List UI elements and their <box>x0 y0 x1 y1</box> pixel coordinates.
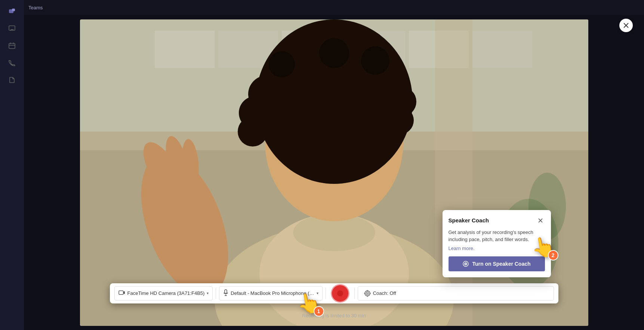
video-container: FaceTime HD Camera (3A71:F4B5) ▾ Default… <box>80 19 588 326</box>
coach-label: Coach: Off <box>373 290 396 296</box>
popup-close-button[interactable] <box>536 216 545 225</box>
mic-label: Default - MacBook Pro Microphone (… <box>231 290 314 296</box>
svg-point-46 <box>385 106 414 135</box>
sidebar-icon-calendar[interactable] <box>4 38 19 53</box>
sidebar <box>0 0 24 330</box>
svg-rect-14 <box>472 31 532 68</box>
svg-point-50 <box>319 38 349 68</box>
turn-on-label: Turn on Speaker Coach <box>472 261 530 267</box>
turn-on-speaker-coach-button[interactable]: Turn on Speaker Coach <box>449 256 545 271</box>
camera-select[interactable]: FaceTime HD Camera (3A71:F4B5) ▾ <box>114 286 213 300</box>
divider-2 <box>326 288 326 299</box>
speaker-coach-btn-icon <box>462 260 469 267</box>
coach-button[interactable]: Coach: Off <box>358 286 554 300</box>
sidebar-icon-files[interactable] <box>4 73 19 87</box>
speaker-coach-popup: Speaker Coach Get analysis of your recor… <box>443 210 551 277</box>
svg-point-60 <box>367 293 368 294</box>
camera-chevron-icon: ▾ <box>207 291 209 295</box>
svg-rect-1 <box>12 9 15 11</box>
sidebar-icon-teams[interactable] <box>4 4 19 19</box>
top-bar: Teams <box>24 0 644 15</box>
record-indicator <box>337 290 343 296</box>
mic-select[interactable]: Default - MacBook Pro Microphone (… ▾ <box>219 286 322 300</box>
record-button[interactable] <box>332 285 348 302</box>
sidebar-icon-calls[interactable] <box>4 55 19 70</box>
popup-description: Get analysis of your recording's speech … <box>449 229 545 243</box>
svg-point-69 <box>465 263 466 264</box>
camera-icon <box>118 290 125 296</box>
mic-chevron-icon: ▾ <box>317 291 318 295</box>
svg-rect-55 <box>225 290 227 293</box>
learn-more-link[interactable]: Learn more. <box>449 246 545 251</box>
coach-icon <box>364 290 371 297</box>
control-bar: FaceTime HD Camera (3A71:F4B5) ▾ Default… <box>110 283 558 303</box>
divider-3 <box>354 288 355 299</box>
mic-icon <box>223 289 228 297</box>
svg-rect-3 <box>9 43 15 49</box>
window-close-button[interactable] <box>619 19 633 32</box>
svg-point-49 <box>269 51 295 77</box>
popup-title: Speaker Coach <box>449 217 489 223</box>
divider-1 <box>216 288 216 299</box>
popup-header: Speaker Coach <box>449 216 545 225</box>
svg-rect-54 <box>119 291 123 294</box>
video-frame <box>80 19 588 326</box>
recording-limit: Recording is limited to 30 min <box>302 313 366 318</box>
camera-label: FaceTime HD Camera (3A71:F4B5) <box>127 290 205 296</box>
svg-point-48 <box>238 117 268 147</box>
app-title: Teams <box>28 5 43 10</box>
svg-rect-9 <box>155 31 215 68</box>
svg-point-25 <box>149 158 201 218</box>
main-content: FaceTime HD Camera (3A71:F4B5) ▾ Default… <box>24 15 644 330</box>
svg-point-51 <box>361 46 389 75</box>
sidebar-icon-chat[interactable] <box>4 21 19 36</box>
